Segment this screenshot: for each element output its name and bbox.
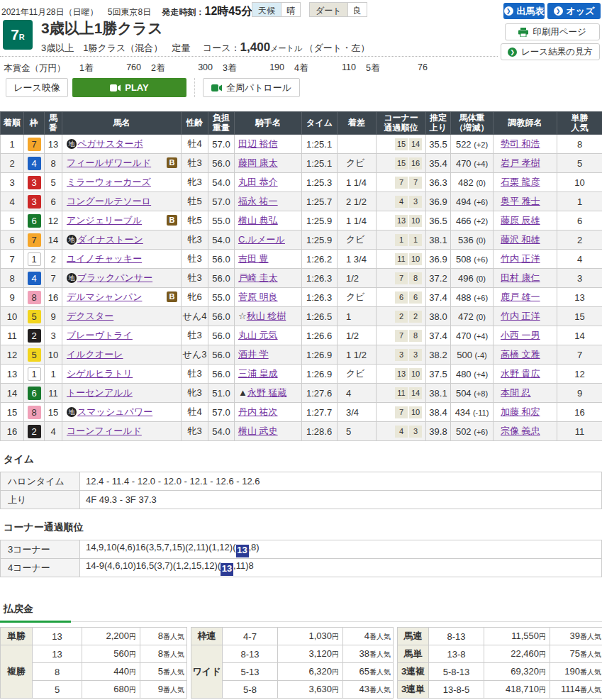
jockey-link[interactable]: C.ルメール <box>238 234 285 245</box>
corner-order-text: 14-9(4,6,10)16,5(3,7)(1,2,15,12)( <box>86 560 221 571</box>
green-underline <box>0 621 71 623</box>
bet-type-label: ワイド <box>191 645 223 699</box>
horse-link[interactable]: ブレーヴトライ <box>67 330 133 340</box>
race-number: 7 <box>11 26 19 43</box>
region-mark-icon: 地 <box>67 139 77 149</box>
prize-amount: 190 <box>248 62 284 74</box>
jockey-cell: 藤岡 康太 <box>235 154 302 173</box>
shutsuba-button[interactable]: ❯出馬表 <box>503 3 545 19</box>
time-row: 上り4F 49.3 - 3F 37.3 <box>1 491 602 509</box>
horse-number: 16 <box>45 288 62 307</box>
jockey-link[interactable]: 戸崎 圭太 <box>238 272 278 283</box>
body-weight-change: (+8) <box>474 389 488 398</box>
corner-positions: 77 <box>377 173 426 192</box>
trainer-link[interactable]: 水野 貴広 <box>501 368 540 379</box>
horse-link[interactable]: ダイナストーン <box>77 234 143 245</box>
jockey-link[interactable]: 丹内 祐次 <box>238 406 278 417</box>
trainer-link[interactable]: 高橋 文雅 <box>501 349 540 360</box>
popularity-suffix: 番人気 <box>369 633 391 640</box>
arrow-icon: ❯ <box>554 6 563 16</box>
jockey-link[interactable]: 永野 猛蔵 <box>247 387 287 398</box>
jockey-link[interactable]: 三浦 皇成 <box>238 368 278 379</box>
horse-link[interactable]: コングールテソーロ <box>67 196 151 206</box>
prize-amount: 760 <box>105 62 141 74</box>
odds-button[interactable]: ❯オッズ <box>547 3 601 19</box>
finish-time: 1:26.3 <box>302 288 338 307</box>
win-popularity: 10 <box>557 173 602 192</box>
horse-link[interactable]: トーセンアルル <box>67 387 133 398</box>
horse-name-cell: デクスター <box>62 307 182 326</box>
trainer-link[interactable]: 鹿戸 雄一 <box>501 291 540 302</box>
win-popularity: 13 <box>557 288 602 307</box>
jockey-link[interactable]: 丸山 元気 <box>238 330 278 340</box>
horse-link[interactable]: ブラックパンサー <box>77 272 152 283</box>
finish-position: 8 <box>1 269 24 288</box>
trainer-link[interactable]: 田村 康仁 <box>501 272 540 283</box>
jockey-link[interactable]: 横山 典弘 <box>238 215 278 226</box>
horse-link[interactable]: ミラーウォーカーズ <box>67 177 151 187</box>
horse-number: 9 <box>45 307 62 326</box>
trainer-link[interactable]: 小西 一男 <box>501 330 540 340</box>
trainer-link[interactable]: 石栗 龍彦 <box>501 177 540 187</box>
sex-age: 牝3 <box>182 173 208 192</box>
payout-table: 馬連8-1311,550円39番人気馬単13-822,460円75番人気3連複5… <box>397 627 602 699</box>
column-header: 着順 <box>1 112 24 135</box>
weather-value: 晴 <box>281 3 300 16</box>
trainer-link[interactable]: 藤原 辰雄 <box>501 215 540 226</box>
jockey-link[interactable]: 横山 武史 <box>238 426 278 436</box>
jockey-link[interactable]: 酒井 学 <box>238 349 269 360</box>
horse-link[interactable]: ユイノチャッキー <box>67 253 142 264</box>
horse-link[interactable]: アンジェリーブル <box>67 215 142 226</box>
carried-weight: 56.0 <box>208 345 235 365</box>
payout-popularity: 75番人気 <box>550 645 602 663</box>
trainer-link[interactable]: 本間 忍 <box>501 387 531 398</box>
sex-age: 牡4 <box>182 403 208 422</box>
patrol-video-button[interactable]: 全周パトロール <box>203 78 300 97</box>
corner-positions: 1310 <box>377 365 426 384</box>
jockey-link[interactable]: 田辺 裕信 <box>238 138 278 149</box>
frame-cell: 2 <box>24 422 45 441</box>
trainer-link[interactable]: 勢司 和浩 <box>501 138 540 149</box>
last-3f: 38.1 <box>426 384 451 403</box>
print-page-button[interactable]: 印刷用ページ <box>505 23 600 40</box>
jockey-link[interactable]: 福永 祐一 <box>238 196 278 206</box>
horse-number: 12 <box>45 211 62 230</box>
howto-button[interactable]: ❯ レース結果の見方 <box>501 43 600 60</box>
horse-link[interactable]: デルマシャンパン <box>67 291 142 302</box>
horse-link[interactable]: シゲルヒラトリ <box>67 368 133 379</box>
corner-position: 10 <box>409 406 422 418</box>
jockey-link[interactable]: 丸田 恭介 <box>238 177 278 187</box>
result-row: 335ミラーウォーカーズ牝354.0丸田 恭介1:25.31 1/47736.3… <box>1 173 602 192</box>
trainer-link[interactable]: 宗像 義忠 <box>501 426 540 436</box>
carried-weight: 57.0 <box>208 403 235 422</box>
horse-link[interactable]: フィールザワールド <box>67 157 151 168</box>
horse-link[interactable]: ペガサスターボ <box>77 138 143 149</box>
horse-link[interactable]: スマッシュパワー <box>77 406 152 417</box>
last-3f: 38.1 <box>426 230 451 250</box>
trainer-link[interactable]: 加藤 和宏 <box>501 406 540 417</box>
trainer-link[interactable]: 竹内 正洋 <box>501 253 540 264</box>
horse-link[interactable]: コーンフィールド <box>67 426 142 436</box>
body-weight: 480 (+4) <box>451 365 494 384</box>
trainer-link[interactable]: 竹内 正洋 <box>501 311 540 321</box>
carried-weight: 56.0 <box>208 250 235 269</box>
sex-age: 牡3 <box>182 154 208 173</box>
race-video-button[interactable]: レース映像 <box>6 78 68 97</box>
horse-number: 4 <box>45 422 62 441</box>
trainer-link[interactable]: 岩戸 孝樹 <box>501 157 540 168</box>
jockey-link[interactable]: 秋山 稔樹 <box>247 311 286 321</box>
trainer-link[interactable]: 藤沢 和雄 <box>501 234 540 245</box>
jockey-link[interactable]: 藤岡 康太 <box>238 157 278 168</box>
jockey-link[interactable]: 吉田 豊 <box>238 253 269 264</box>
trainer-link[interactable]: 奥平 雅士 <box>501 196 540 206</box>
horse-link[interactable]: デクスター <box>67 311 113 321</box>
sex-age: 牡3 <box>182 365 208 384</box>
horse-link[interactable]: イルクオーレ <box>67 349 123 360</box>
play-button[interactable]: PLAY <box>72 78 186 97</box>
jockey-link[interactable]: 菅原 明良 <box>238 291 278 302</box>
body-weight-change: (+6) <box>474 428 488 436</box>
body-weight: 536 (0) <box>451 230 494 250</box>
jockey-cell: ▲永野 猛蔵 <box>235 384 302 403</box>
body-weight: 522 (+2) <box>451 135 494 154</box>
corner-position: 14 <box>409 138 422 150</box>
